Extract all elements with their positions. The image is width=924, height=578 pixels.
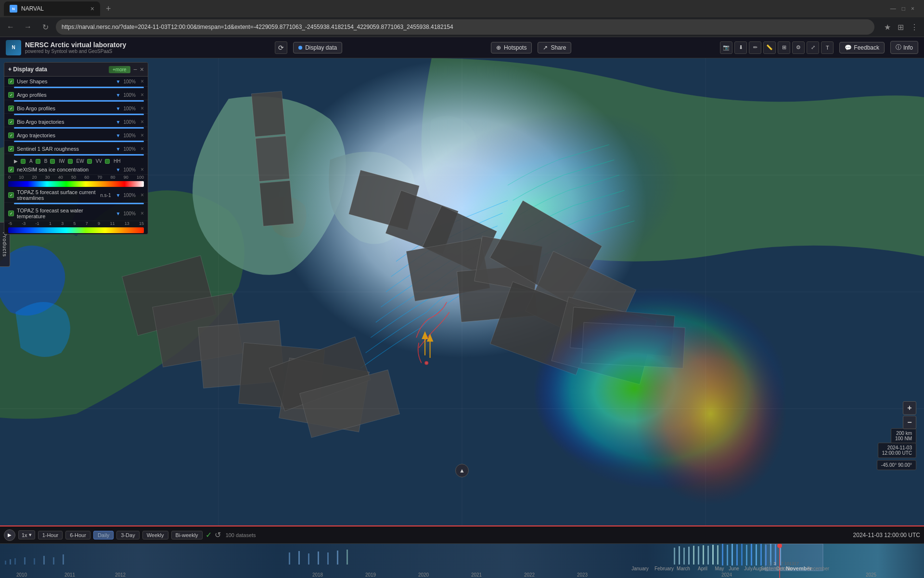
map-area[interactable]: + Display data +more − × User Shapes ▼ 1… <box>0 58 924 525</box>
bookmark-button[interactable]: ★ <box>882 21 893 34</box>
layer-close-user-shapes[interactable]: × <box>141 78 144 85</box>
layer-checkbox-topaz-temp[interactable] <box>8 210 14 216</box>
panel-close-icon[interactable]: × <box>140 66 144 73</box>
sublayer-b-check[interactable] <box>36 159 40 164</box>
layer-close-topaz-temp[interactable]: × <box>141 210 144 217</box>
interval-6hour-button[interactable]: 6-Hour <box>65 531 90 539</box>
screenshot-button[interactable]: 📷 <box>720 41 732 54</box>
address-bar[interactable] <box>56 19 874 35</box>
layer-close-bio-argo-traj[interactable]: × <box>141 118 144 125</box>
layer-opacity-nextsim: 100% <box>123 167 136 172</box>
layer-argo-profiles[interactable]: Argo profiles ▼ 100% × <box>4 90 148 100</box>
time-button[interactable]: T <box>821 41 834 54</box>
maximize-button[interactable]: □ <box>902 5 905 12</box>
expand-sentinel-icon[interactable]: ▶ <box>14 158 18 164</box>
refresh-map-button[interactable]: ⟳ <box>275 41 287 54</box>
layer-close-nextsim[interactable]: × <box>141 166 144 173</box>
opacity-bar-user-shapes <box>14 87 144 88</box>
layer-name-bio-argo: Bio Argo profiles <box>17 105 113 111</box>
close-button[interactable]: × <box>911 5 914 12</box>
reload-button[interactable]: ↻ <box>38 20 52 34</box>
layer-topaz-temp[interactable]: TOPAZ 5 forecast sea water temperature ▼… <box>4 206 148 221</box>
tab-favicon: N <box>10 5 17 13</box>
svg-text:17: 17 <box>794 561 799 566</box>
refresh-icon[interactable]: ✓ <box>205 530 212 539</box>
layer-bio-argo-traj[interactable]: Bio Argo trajectories ▼ 100% × <box>4 117 148 127</box>
grid-button[interactable]: ⊞ <box>778 41 790 54</box>
sublayer-iw-check[interactable] <box>50 159 55 164</box>
extensions-button[interactable]: ⊞ <box>896 21 906 34</box>
tab-close-icon[interactable]: × <box>90 5 94 13</box>
layer-opacity-bio-argo: 100% <box>123 106 136 111</box>
loop-icon[interactable]: ↺ <box>215 530 221 539</box>
speed-value: 1x <box>22 532 27 538</box>
interval-biweekly-button[interactable]: Bi-weekly <box>171 531 203 539</box>
browser-tab[interactable]: N NARVAL × <box>4 1 100 16</box>
layer-checkbox-bio-argo-traj[interactable] <box>8 119 14 125</box>
layer-argo-traj[interactable]: Argo trajectories ▼ 100% × <box>4 131 148 141</box>
forward-button[interactable]: → <box>21 20 35 34</box>
layer-checkbox-argo[interactable] <box>8 92 14 98</box>
new-tab-button[interactable]: + <box>102 4 115 14</box>
timeline-scroll[interactable]: 2010 2011 2012 2018 2019 2020 2021 2022 … <box>0 544 924 578</box>
back-button[interactable]: ← <box>4 20 17 34</box>
layer-bio-argo-profiles[interactable]: Bio Argo profiles ▼ 100% × <box>4 104 148 114</box>
layer-checkbox-bio-argo[interactable] <box>8 105 14 111</box>
layer-checkbox-sentinel[interactable] <box>8 146 14 152</box>
interval-3day-button[interactable]: 3-Day <box>116 531 139 539</box>
draw-button[interactable]: ✏ <box>749 41 761 54</box>
hotspots-button[interactable]: ⊕ Hotspots <box>491 42 532 53</box>
collapse-timeline-button[interactable]: ▲ <box>455 464 469 477</box>
measure-button[interactable]: 📏 <box>763 41 776 54</box>
sublayer-vv-check[interactable] <box>87 159 92 164</box>
share-button[interactable]: ↗ Share <box>538 42 571 53</box>
feedback-button[interactable]: 💬 Feedback <box>839 42 885 53</box>
layer-close-topaz-current[interactable]: × <box>141 192 144 198</box>
layer-opacity-argo-traj: 100% <box>123 133 136 138</box>
svg-text:March: March <box>677 566 690 571</box>
info-button[interactable]: ⓘ Info <box>890 41 918 54</box>
sublayer-hh-check[interactable] <box>105 159 110 164</box>
menu-button[interactable]: ⋮ <box>909 21 920 34</box>
timeline-area: ▶ 1x ▾ 1-Hour 6-Hour Daily 3-Day Weekly … <box>0 525 924 578</box>
speed-caret-icon: ▾ <box>29 532 32 538</box>
layer-close-argo-traj[interactable]: × <box>141 132 144 139</box>
svg-rect-71 <box>751 544 752 565</box>
layer-checkbox-topaz-current[interactable] <box>8 192 14 198</box>
download-button[interactable]: ⬇ <box>734 41 747 54</box>
chevron-up-icon: ▲ <box>459 467 465 474</box>
layer-checkbox-user-shapes[interactable] <box>8 79 14 84</box>
sublayer-a-check[interactable] <box>21 159 26 164</box>
layer-sentinel[interactable]: Sentinel 1 SAR roughness ▼ 100% × <box>4 144 148 154</box>
interval-weekly-button[interactable]: Weekly <box>142 531 168 539</box>
zoom-out-button[interactable]: − <box>903 416 916 429</box>
layer-nextsim[interactable]: neXtSIM sea ice concentration ▼ 100% × <box>4 165 148 175</box>
svg-text:June: June <box>729 566 739 571</box>
app-subtitle: powered by Syntool web and GeoSPaaS <box>25 49 126 54</box>
svg-text:2010: 2010 <box>16 572 27 578</box>
interval-daily-button[interactable]: Daily <box>93 531 114 539</box>
sublayer-ew-label: EW <box>77 158 84 164</box>
interval-1hour-button[interactable]: 1-Hour <box>38 531 63 539</box>
minimize-button[interactable]: — <box>890 5 896 12</box>
browser-actions: ★ ⊞ ⋮ <box>882 21 920 34</box>
opacity-bar-topaz-current <box>14 203 144 204</box>
speed-selector[interactable]: 1x ▾ <box>18 530 35 539</box>
browser-chrome: N NARVAL × + — □ × ← → ↻ ★ ⊞ ⋮ <box>0 0 924 37</box>
layer-user-shapes[interactable]: User Shapes ▼ 100% × <box>4 77 148 87</box>
layer-close-argo[interactable]: × <box>141 92 144 98</box>
layer-opacity-topaz-temp: 100% <box>123 211 136 216</box>
layer-close-bio-argo[interactable]: × <box>141 105 144 112</box>
panel-minimize-icon[interactable]: − <box>133 66 137 73</box>
sublayer-ew-check[interactable] <box>68 159 73 164</box>
zoom-in-button[interactable]: + <box>903 401 916 415</box>
layer-close-sentinel[interactable]: × <box>141 145 144 152</box>
display-data-button[interactable]: Display data <box>293 42 342 53</box>
settings-button[interactable]: ⚙ <box>792 41 805 54</box>
more-button[interactable]: +more <box>109 66 130 73</box>
layer-topaz-current[interactable]: TOPAZ 5 forecast surface current streaml… <box>4 188 148 203</box>
layer-checkbox-nextsim[interactable] <box>8 167 14 172</box>
play-button[interactable]: ▶ <box>4 529 15 541</box>
layer-checkbox-argo-traj[interactable] <box>8 132 14 138</box>
expand-button[interactable]: ⤢ <box>807 41 819 54</box>
